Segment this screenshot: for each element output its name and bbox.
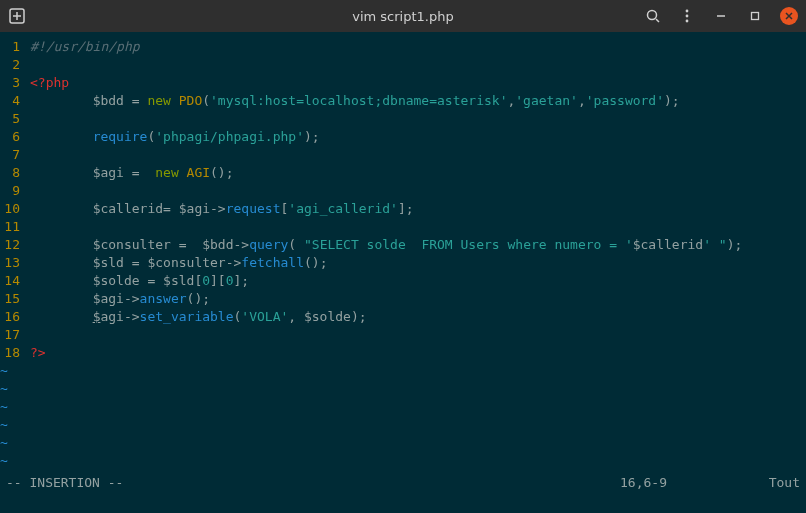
status-bar: -- INSERTION -- 16,6-9 Tout — [0, 473, 806, 493]
code-line[interactable]: 1#!/usr/bin/php — [0, 38, 806, 56]
code-line[interactable]: 11 — [0, 218, 806, 236]
code-line[interactable]: 6 require('phpagi/phpagi.php'); — [0, 128, 806, 146]
code-content[interactable]: $agi = new AGI(); — [26, 164, 806, 182]
svg-point-2 — [686, 10, 689, 13]
code-content[interactable]: $consulter = $bdd->query( "SELECT solde … — [26, 236, 806, 254]
code-line[interactable]: 15 $agi->answer(); — [0, 290, 806, 308]
code-line[interactable]: 16 $agi->set_variable('VOLA', $solde); — [0, 308, 806, 326]
code-line[interactable]: 7 — [0, 146, 806, 164]
code-content[interactable] — [26, 110, 806, 128]
line-number: 12 — [0, 236, 26, 254]
empty-line-tilde: ~ — [0, 398, 806, 416]
line-number: 13 — [0, 254, 26, 272]
empty-line-tilde: ~ — [0, 452, 806, 470]
code-content[interactable] — [26, 182, 806, 200]
code-line[interactable]: 12 $consulter = $bdd->query( "SELECT sol… — [0, 236, 806, 254]
code-content[interactable] — [26, 218, 806, 236]
code-line[interactable]: 10 $callerid= $agi->request['agi_calleri… — [0, 200, 806, 218]
code-content[interactable] — [26, 146, 806, 164]
line-number: 6 — [0, 128, 26, 146]
line-number: 17 — [0, 326, 26, 344]
close-button[interactable] — [780, 7, 798, 25]
code-content[interactable]: $bdd = new PDO('mysql:host=localhost;dbn… — [26, 92, 806, 110]
empty-line-tilde: ~ — [0, 380, 806, 398]
code-content[interactable]: #!/usr/bin/php — [26, 38, 806, 56]
scroll-position: Tout — [740, 473, 800, 493]
line-number: 1 — [0, 38, 26, 56]
line-number: 7 — [0, 146, 26, 164]
code-line[interactable]: 17 — [0, 326, 806, 344]
window-title: vim script1.php — [208, 9, 598, 24]
code-content[interactable]: $agi->set_variable('VOLA', $solde); — [26, 308, 806, 326]
svg-point-4 — [686, 20, 689, 23]
menu-icon[interactable] — [678, 7, 696, 25]
line-number: 15 — [0, 290, 26, 308]
code-line[interactable]: 18?> — [0, 344, 806, 362]
code-content[interactable] — [26, 56, 806, 74]
code-content[interactable]: $agi->answer(); — [26, 290, 806, 308]
line-number: 8 — [0, 164, 26, 182]
code-content[interactable]: $solde = $sld[0][0]; — [26, 272, 806, 290]
code-content[interactable]: $callerid= $agi->request['agi_callerid']… — [26, 200, 806, 218]
code-line[interactable]: 8 $agi = new AGI(); — [0, 164, 806, 182]
code-line[interactable]: 13 $sld = $consulter->fetchall(); — [0, 254, 806, 272]
line-number: 14 — [0, 272, 26, 290]
code-line[interactable]: 9 — [0, 182, 806, 200]
title-bar: vim script1.php — [0, 0, 806, 32]
line-number: 3 — [0, 74, 26, 92]
line-number: 11 — [0, 218, 26, 236]
minimize-button[interactable] — [712, 7, 730, 25]
new-tab-icon[interactable] — [8, 7, 26, 25]
empty-line-tilde: ~ — [0, 362, 806, 380]
code-content[interactable] — [26, 326, 806, 344]
svg-point-1 — [648, 11, 657, 20]
line-number: 5 — [0, 110, 26, 128]
code-line[interactable]: 4 $bdd = new PDO('mysql:host=localhost;d… — [0, 92, 806, 110]
svg-point-3 — [686, 15, 689, 18]
mode-indicator: -- INSERTION -- — [6, 473, 620, 493]
search-icon[interactable] — [644, 7, 662, 25]
code-line[interactable]: 3<?php — [0, 74, 806, 92]
empty-line-tilde: ~ — [0, 416, 806, 434]
code-content[interactable]: $sld = $consulter->fetchall(); — [26, 254, 806, 272]
empty-line-tilde: ~ — [0, 434, 806, 452]
line-number: 2 — [0, 56, 26, 74]
line-number: 16 — [0, 308, 26, 326]
maximize-button[interactable] — [746, 7, 764, 25]
cursor-position: 16,6-9 — [620, 473, 740, 493]
code-content[interactable]: <?php — [26, 74, 806, 92]
line-number: 9 — [0, 182, 26, 200]
line-number: 10 — [0, 200, 26, 218]
code-line[interactable]: 5 — [0, 110, 806, 128]
code-line[interactable]: 2 — [0, 56, 806, 74]
code-content[interactable]: require('phpagi/phpagi.php'); — [26, 128, 806, 146]
code-line[interactable]: 14 $solde = $sld[0][0]; — [0, 272, 806, 290]
editor-area[interactable]: 1#!/usr/bin/php23<?php4 $bdd = new PDO('… — [0, 32, 806, 493]
code-content[interactable]: ?> — [26, 344, 806, 362]
line-number: 18 — [0, 344, 26, 362]
svg-rect-5 — [752, 13, 759, 20]
line-number: 4 — [0, 92, 26, 110]
